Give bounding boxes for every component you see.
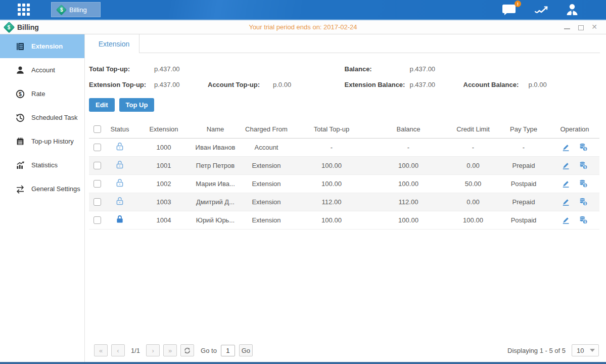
cell-name: Юрий Юрь...: [193, 211, 238, 229]
header-pay-type: Pay Type: [497, 120, 550, 138]
header-balance: Balance: [368, 120, 449, 138]
table-row: 1001 Петр Петров Extension 100.00 100.00…: [89, 156, 599, 174]
page-size-select[interactable]: 10: [572, 344, 599, 356]
row-checkbox[interactable]: [94, 162, 101, 169]
billing-diamond-dollar-icon: $: [4, 21, 15, 33]
cell-total-topup: 100.00: [295, 211, 368, 229]
summary-panel: Total Top-up: p.437.00 Extension Top-up:…: [89, 64, 600, 89]
chat-icon[interactable]: !: [502, 4, 517, 16]
first-page-button[interactable]: «: [94, 344, 108, 356]
svg-text:$: $: [584, 165, 586, 169]
header-operation: Operation: [550, 120, 599, 138]
lock-open-icon: [116, 178, 124, 187]
balance-value: p.437.00: [410, 65, 436, 73]
sidebar: Extension Account $ Rate Scheduled Task: [0, 34, 85, 362]
lock-open-icon: [116, 160, 124, 169]
table-row: 1004 Юрий Юрь... Extension 100.00 100.00…: [89, 211, 599, 229]
table-row: 1003 Дмитрий Д... Extension 112.00 112.0…: [89, 193, 599, 211]
edit-row-icon[interactable]: [562, 143, 570, 152]
row-checkbox[interactable]: [94, 180, 101, 188]
edit-row-icon[interactable]: [562, 179, 570, 188]
tab-strip: Extension: [89, 34, 600, 53]
edit-row-icon[interactable]: [562, 216, 570, 224]
extension-icon: [16, 42, 25, 51]
sidebar-item-general-settings[interactable]: General Settings: [0, 177, 84, 201]
cell-balance: 112.00: [368, 193, 449, 211]
account-icon: [16, 66, 25, 75]
cell-balance: 100.00: [368, 211, 449, 229]
header-charged-from: Charged From: [238, 120, 295, 138]
last-page-button[interactable]: »: [163, 344, 177, 356]
top-up-row-icon[interactable]: $: [579, 161, 588, 170]
cell-balance: 100.00: [368, 156, 449, 174]
cell-charged-from: Extension: [238, 193, 295, 211]
top-up-row-icon[interactable]: $: [579, 143, 588, 152]
user-icon[interactable]: [566, 3, 579, 16]
edit-button[interactable]: Edit: [89, 98, 115, 112]
top-up-button[interactable]: Top Up: [119, 98, 155, 112]
header-status: Status: [105, 120, 134, 138]
header-name: Name: [193, 120, 238, 138]
top-up-row-icon[interactable]: $: [579, 197, 588, 206]
statistics-icon: [16, 161, 25, 170]
row-checkbox[interactable]: [94, 144, 101, 151]
prev-page-button[interactable]: ‹: [111, 344, 125, 356]
refresh-button[interactable]: [180, 344, 194, 356]
edit-row-icon[interactable]: [562, 161, 570, 170]
trial-notice: Your trial period ends on: 2017-02-24: [249, 23, 357, 31]
cell-total-topup: 100.00: [295, 156, 368, 174]
sidebar-item-label: Rate: [31, 90, 45, 98]
cell-name: Дмитрий Д...: [193, 193, 238, 211]
goto-label: Go to: [201, 347, 217, 354]
refresh-icon: [183, 347, 191, 354]
total-topup-label: Total Top-up:: [89, 65, 154, 73]
taskbar-tab-label: Billing: [69, 6, 87, 14]
sidebar-item-topup-history[interactable]: Top-up History: [0, 129, 84, 153]
select-all-checkbox[interactable]: [94, 125, 101, 133]
page-size-value: 10: [572, 347, 590, 354]
cell-balance: 100.00: [368, 174, 449, 193]
chart-icon[interactable]: [534, 4, 548, 15]
cell-credit-limit: 100.00: [449, 211, 497, 229]
sidebar-item-statistics[interactable]: Statistics: [0, 153, 84, 177]
total-topup-value: p.437.00: [154, 65, 180, 73]
table-row: 1002 Мария Ива... Extension 100.00 100.0…: [89, 174, 599, 193]
notification-badge: !: [515, 1, 521, 7]
tab-extension[interactable]: Extension: [89, 34, 139, 53]
top-up-row-icon[interactable]: $: [579, 215, 588, 224]
svg-text:$: $: [584, 184, 586, 188]
header-total-topup: Total Top-up: [295, 120, 368, 138]
cell-credit-limit: 50.00: [449, 174, 497, 193]
app-grid-icon[interactable]: [18, 4, 30, 16]
row-checkbox[interactable]: [94, 216, 101, 224]
svg-text:$: $: [584, 220, 586, 224]
cell-name: Иван Иванов: [193, 138, 238, 156]
table-row: 1000 Иван Иванов Account - - - -: [89, 138, 599, 156]
cell-credit-limit: 0.00: [449, 156, 497, 174]
taskbar-tab-billing[interactable]: $ Billing: [51, 2, 101, 17]
cell-balance: -: [368, 138, 449, 156]
close-button[interactable]: ✕: [591, 24, 598, 30]
sidebar-item-rate[interactable]: $ Rate: [0, 82, 84, 106]
sidebar-item-extension[interactable]: Extension: [0, 34, 84, 58]
cell-total-topup: -: [295, 138, 368, 156]
minimize-button[interactable]: [564, 24, 571, 30]
caret-down-icon: [590, 349, 595, 352]
scheduled-task-icon: [16, 113, 25, 122]
lock-closed-icon: [116, 215, 124, 223]
row-checkbox[interactable]: [94, 198, 101, 206]
main-content: Extension Total Top-up: p.437.00 Extensi…: [85, 34, 606, 362]
cell-charged-from: Account: [238, 138, 295, 156]
cell-total-topup: 100.00: [295, 174, 368, 193]
sidebar-item-account[interactable]: Account: [0, 58, 84, 82]
next-page-button[interactable]: ›: [146, 344, 160, 356]
go-button[interactable]: Go: [239, 344, 253, 356]
cell-extension: 1002: [134, 174, 193, 193]
sidebar-item-scheduled-task[interactable]: Scheduled Task: [0, 106, 84, 129]
extension-topup-label: Extension Top-up:: [89, 81, 154, 88]
goto-page-input[interactable]: [221, 345, 235, 356]
edit-row-icon[interactable]: [562, 198, 570, 206]
top-up-row-icon[interactable]: $: [579, 179, 588, 188]
maximize-button[interactable]: [577, 24, 584, 30]
extension-balance-label: Extension Balance:: [345, 81, 410, 88]
